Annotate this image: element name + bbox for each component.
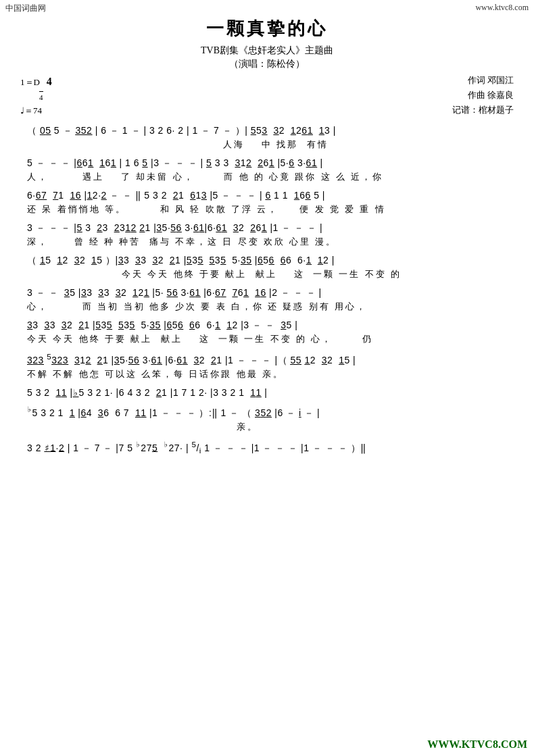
notation-container: （ 05 5 － 352 | 6 － 1 － | 3 2 6· 2 | 1 － …	[20, 125, 514, 455]
bottom-watermark: WWW.KTVC8.COM	[427, 738, 527, 751]
song-title: 一颗真挚的心	[20, 17, 514, 41]
credits-section: 作词 邓国江 作曲 徐嘉良 记谱：棺材题子	[452, 73, 514, 118]
tempo-section: 1＝D 44 ♩＝74	[20, 73, 52, 118]
site-left: 中国词曲网	[5, 3, 46, 14]
song-performer: （演唱：陈松伶）	[20, 58, 514, 70]
site-right: www.ktvc8.com	[475, 3, 529, 14]
song-subtitle: TVB剧集《忠奸老实人》主题曲	[20, 45, 514, 57]
